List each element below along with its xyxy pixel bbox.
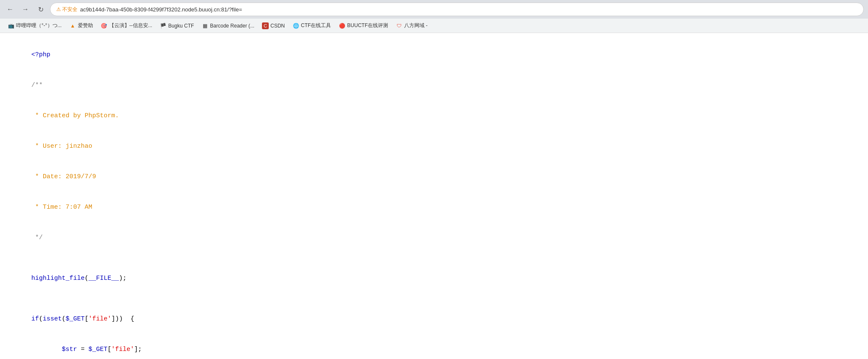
code-line-4: * User: jinzhao: [8, 131, 860, 162]
security-warning: ⚠ 不安全: [56, 6, 77, 13]
bafang-icon: 🛡: [396, 22, 402, 29]
code-line-8: [8, 253, 860, 263]
buuctf-icon: 🔴: [339, 22, 345, 29]
bookmark-yunyou[interactable]: 🎯 【云演】--信息安...: [97, 21, 156, 30]
url-text: ac9b144d-7baa-450b-8309-f4299f7f3202.nod…: [80, 6, 242, 13]
code-line-10: [8, 294, 860, 304]
aizanzhu-icon: ▲: [69, 22, 76, 29]
address-bar[interactable]: ⚠ 不安全 ac9b144d-7baa-450b-8309-f4299f7f32…: [50, 3, 864, 16]
code-line-3: * Created by PhpStorm.: [8, 101, 860, 131]
nav-bar: ← → ↻ ⚠ 不安全 ac9b144d-7baa-450b-8309-f429…: [0, 0, 868, 19]
ctfonline-icon: 🌐: [292, 22, 299, 29]
code-line-11: if(isset($_GET['file'])) {: [8, 304, 860, 334]
bookmark-buuctf[interactable]: 🔴 BUUCTF在线评测: [335, 21, 391, 30]
code-line-2: /**: [8, 70, 860, 101]
bookmark-yunyou-label: 【云演】--信息安...: [109, 22, 152, 29]
barcode-icon: ▦: [201, 22, 208, 29]
back-button[interactable]: ←: [4, 3, 16, 15]
code-line-1: <?php: [8, 40, 860, 70]
forward-button[interactable]: →: [19, 3, 31, 15]
code-line-6: * Time: 7:07 AM: [8, 192, 860, 223]
bookmark-bafang[interactable]: 🛡 八方网域 -: [392, 21, 431, 30]
bookmark-csdn-label: CSDN: [270, 23, 285, 29]
bookmark-bugku[interactable]: 🏴 Bugku CTF: [157, 21, 198, 30]
bookmarks-bar: 📺 哔哩哔哩（°-°）つ... ▲ 爱赞助 🎯 【云演】--信息安... 🏴 B…: [0, 19, 868, 33]
bookmark-bugku-label: Bugku CTF: [168, 23, 194, 29]
bilibili-icon: 📺: [8, 22, 14, 29]
bookmark-csdn[interactable]: C CSDN: [259, 21, 288, 30]
bookmark-barcode-label: Barcode Reader (...: [210, 23, 254, 29]
code-line-7: */: [8, 223, 860, 253]
csdn-icon: C: [262, 22, 269, 29]
yunyou-icon: 🎯: [101, 22, 107, 29]
code-line-5: * Date: 2019/7/9: [8, 162, 860, 192]
bookmark-bilibili[interactable]: 📺 哔哩哔哩（°-°）つ...: [4, 21, 65, 30]
browser-chrome: ← → ↻ ⚠ 不安全 ac9b144d-7baa-450b-8309-f429…: [0, 0, 868, 33]
bookmark-aizanzhu-label: 爱赞助: [78, 22, 93, 29]
refresh-button[interactable]: ↻: [35, 3, 47, 15]
code-line-9: highlight_file(__FILE__);: [8, 263, 860, 294]
bookmark-buuctf-label: BUUCTF在线评测: [347, 22, 388, 29]
bookmark-aizanzhu[interactable]: ▲ 爱赞助: [66, 21, 96, 30]
page-content: <?php /** * Created by PhpStorm. * User:…: [0, 33, 868, 359]
bookmark-ctfonline[interactable]: 🌐 CTF在线工具: [289, 21, 334, 30]
bookmark-bilibili-label: 哔哩哔哩（°-°）つ...: [16, 22, 62, 29]
bookmark-bafang-label: 八方网域 -: [404, 22, 427, 29]
bookmark-ctfonline-label: CTF在线工具: [301, 22, 331, 29]
code-block: <?php /** * Created by PhpStorm. * User:…: [8, 40, 860, 359]
code-line-12: $str = $_GET['file'];: [8, 334, 860, 359]
bugku-icon: 🏴: [160, 22, 167, 29]
bookmark-barcode[interactable]: ▦ Barcode Reader (...: [198, 21, 258, 30]
